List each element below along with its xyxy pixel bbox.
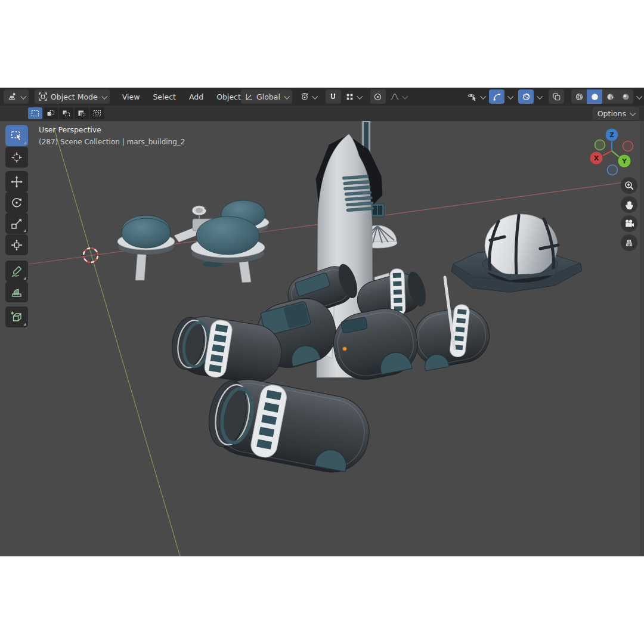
pivot-point-dropdown[interactable] bbox=[298, 89, 318, 104]
hand-icon bbox=[624, 199, 634, 210]
viewport-3d[interactable]: User Perspective (287) Scene Collection … bbox=[0, 121, 644, 556]
shading-mode-group bbox=[571, 89, 633, 104]
solid-sphere-icon bbox=[590, 92, 599, 101]
menu-view[interactable]: View bbox=[117, 89, 145, 104]
3d-viewport-editor-icon bbox=[7, 92, 17, 101]
habitat-module[interactable] bbox=[203, 373, 375, 478]
snap-target-dropdown[interactable] bbox=[343, 89, 363, 104]
axis-y-label: Y bbox=[621, 157, 627, 165]
move-icon bbox=[10, 175, 23, 188]
zoom-control-button[interactable] bbox=[621, 177, 637, 194]
tool-scale[interactable] bbox=[5, 213, 28, 234]
axis-neg-y-ball[interactable] bbox=[595, 140, 605, 150]
material-sphere-icon bbox=[606, 92, 615, 101]
snap-increment-icon bbox=[345, 92, 354, 101]
orientation-label: Global bbox=[256, 92, 280, 101]
axis-z-label: Z bbox=[609, 131, 614, 138]
header-right-group bbox=[465, 88, 641, 106]
select-mode-invert-button[interactable] bbox=[75, 107, 89, 119]
mode-dropdown[interactable]: Object Mode bbox=[35, 89, 110, 104]
ladder-band bbox=[390, 268, 406, 315]
overlays-sphere-icon bbox=[522, 92, 531, 101]
transform-icon bbox=[10, 239, 23, 252]
chevron-down-icon bbox=[284, 93, 290, 99]
shading-rendered-button[interactable] bbox=[618, 89, 633, 104]
navigation-gizmo[interactable]: Z X Y bbox=[585, 125, 640, 180]
chevron-down-icon[interactable] bbox=[636, 93, 642, 99]
select-mode-subtract-button[interactable] bbox=[59, 107, 73, 119]
3d-cursor bbox=[81, 246, 100, 265]
editor-type-button[interactable] bbox=[4, 89, 29, 104]
shading-material-button[interactable] bbox=[602, 89, 618, 104]
pan-control-button[interactable] bbox=[621, 196, 637, 213]
select-mode-new-button[interactable] bbox=[28, 107, 42, 119]
object-mode-icon bbox=[38, 92, 48, 101]
shading-solid-button[interactable] bbox=[587, 89, 602, 104]
rotate-icon bbox=[10, 196, 23, 209]
scene-canvas[interactable] bbox=[0, 121, 644, 556]
tool-measure[interactable] bbox=[5, 281, 28, 302]
annotate-pencil-icon bbox=[10, 265, 23, 278]
show-gizmo-toggle[interactable] bbox=[489, 89, 504, 104]
axis-y-ball[interactable]: Y bbox=[618, 155, 631, 168]
options-label: Options bbox=[597, 109, 626, 118]
tool-transform[interactable] bbox=[5, 234, 28, 255]
menu-select[interactable]: Select bbox=[147, 89, 181, 104]
tool-select-box[interactable] bbox=[5, 125, 28, 146]
select-mode-extend-button[interactable] bbox=[44, 107, 58, 119]
measure-icon bbox=[10, 286, 23, 299]
proportional-falloff-dropdown[interactable] bbox=[388, 89, 408, 104]
camera-icon bbox=[624, 218, 634, 229]
chevron-down-icon bbox=[312, 93, 318, 99]
shading-wireframe-button[interactable] bbox=[571, 89, 587, 104]
wireframe-sphere-icon bbox=[575, 92, 584, 101]
visibility-dropdown[interactable] bbox=[465, 89, 487, 104]
camera-view-button[interactable] bbox=[621, 215, 637, 232]
chevron-down-icon bbox=[357, 93, 363, 99]
select-extend-icon bbox=[47, 110, 55, 117]
select-subtract-icon bbox=[62, 110, 70, 117]
snap-toggle[interactable] bbox=[326, 89, 341, 104]
submenu-corner bbox=[23, 277, 26, 280]
proportional-editing-toggle[interactable] bbox=[370, 89, 386, 104]
axis-neg-z-ball[interactable] bbox=[608, 165, 618, 175]
region-edge bbox=[640, 121, 644, 556]
chevron-down-icon bbox=[101, 93, 107, 99]
show-overlays-toggle[interactable] bbox=[518, 89, 534, 104]
transform-orientation-dropdown[interactable]: Global bbox=[241, 89, 292, 104]
orientation-axes-icon bbox=[244, 92, 253, 101]
tool-move[interactable] bbox=[5, 171, 28, 192]
selected-origin-point bbox=[343, 347, 347, 351]
eye-cursor-icon bbox=[467, 92, 478, 101]
chevron-down-icon bbox=[630, 110, 636, 116]
select-mode-intersect-button[interactable] bbox=[90, 107, 104, 119]
chevron-down-icon bbox=[20, 93, 26, 99]
scale-icon bbox=[10, 217, 23, 230]
header-center-group: Global bbox=[241, 88, 408, 106]
chevron-down-icon[interactable] bbox=[507, 93, 513, 99]
submenu-corner bbox=[23, 323, 26, 326]
zoom-icon bbox=[624, 180, 634, 191]
axis-x-ball[interactable]: X bbox=[590, 152, 603, 165]
select-invert-icon bbox=[78, 110, 86, 117]
gizmo-arc-icon bbox=[493, 92, 501, 101]
tool-cursor[interactable] bbox=[5, 147, 28, 168]
ortho-perspective-button[interactable] bbox=[621, 234, 637, 251]
menu-add[interactable]: Add bbox=[184, 89, 209, 104]
chevron-down-icon bbox=[402, 93, 408, 99]
header-left-group: Object Mode View Select Add Object bbox=[4, 88, 246, 106]
tool-add-cube[interactable] bbox=[5, 306, 28, 327]
tool-annotate[interactable] bbox=[5, 261, 28, 281]
observatory-dome[interactable] bbox=[451, 214, 582, 292]
proportional-circle-icon bbox=[373, 92, 382, 101]
xray-toggle[interactable] bbox=[549, 89, 564, 104]
y-axis-line bbox=[54, 127, 180, 556]
axis-neg-x-ball[interactable] bbox=[623, 141, 633, 151]
chevron-down-icon[interactable] bbox=[537, 93, 543, 99]
tool-rotate[interactable] bbox=[5, 192, 28, 213]
options-dropdown[interactable]: Options bbox=[593, 107, 639, 120]
mode-label: Object Mode bbox=[51, 92, 98, 101]
axis-z-ball[interactable]: Z bbox=[606, 129, 618, 141]
pivot-point-icon bbox=[300, 92, 309, 101]
blender-window: Object Mode View Select Add Object bbox=[0, 88, 644, 556]
